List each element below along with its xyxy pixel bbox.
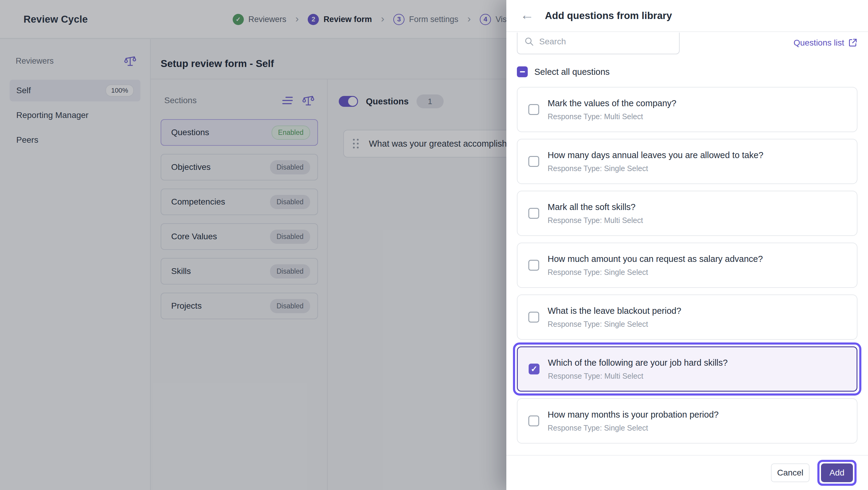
question-checkbox[interactable] (528, 208, 539, 219)
question-checkbox[interactable] (528, 312, 539, 322)
library-question-card[interactable]: What is the leave blackout period? Respo… (517, 294, 858, 340)
external-link-icon (848, 38, 858, 48)
drawer-title: Add questions from library (545, 10, 672, 22)
highlight-ring-add-button: Add (817, 460, 857, 486)
add-questions-drawer: ← Add questions from library Questions l… (506, 0, 868, 490)
library-question-card[interactable]: How many months is your probation period… (517, 398, 858, 443)
library-question-card[interactable]: Mark all the soft skills? Response Type:… (517, 191, 858, 236)
search-icon (524, 36, 534, 47)
question-checkbox[interactable] (528, 415, 539, 426)
question-checkbox[interactable] (528, 104, 539, 115)
highlight-ring-selected-question: Which of the following are your job hard… (513, 342, 861, 396)
library-question-list: Mark the values of the company? Response… (517, 87, 858, 443)
question-checkbox-checked[interactable] (529, 364, 539, 374)
search-input[interactable] (539, 37, 673, 47)
question-checkbox[interactable] (528, 156, 539, 167)
search-field[interactable] (517, 33, 680, 54)
library-question-card[interactable]: Mark the values of the company? Response… (517, 87, 858, 132)
select-all-checkbox[interactable] (517, 66, 528, 77)
app-root: Review Cycle ✓ Reviewers › 2 Review form… (0, 0, 868, 490)
library-question-card[interactable]: How much amount you can request as salar… (517, 242, 858, 288)
cancel-button[interactable]: Cancel (771, 463, 809, 482)
library-question-card[interactable]: How many days annual leaves you are allo… (517, 139, 858, 184)
select-all-label: Select all questions (534, 67, 610, 77)
questions-list-link[interactable]: Questions list (794, 38, 858, 48)
back-arrow-icon[interactable]: ← (520, 8, 534, 22)
library-question-card-selected[interactable]: Which of the following are your job hard… (517, 346, 858, 392)
add-button[interactable]: Add (821, 463, 853, 482)
question-checkbox[interactable] (528, 260, 539, 271)
